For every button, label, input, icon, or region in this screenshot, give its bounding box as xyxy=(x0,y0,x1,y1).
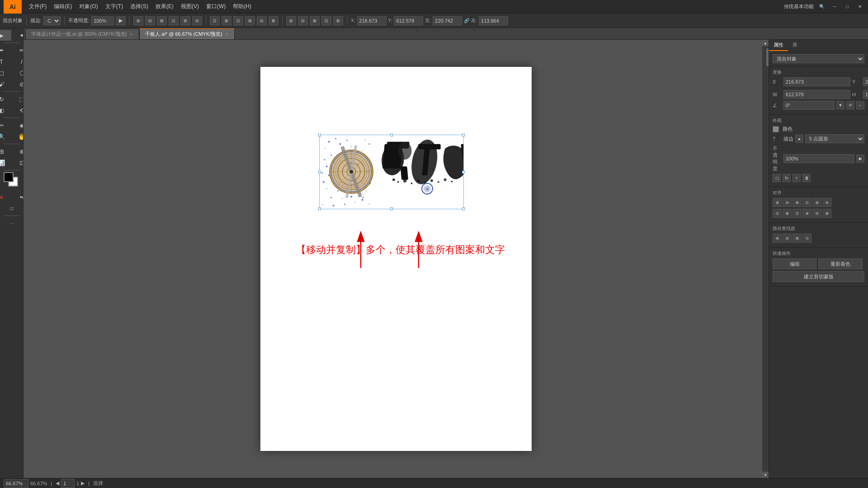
align-extra2[interactable]: ⊟ xyxy=(298,16,308,25)
warp-tool[interactable]: ◐ xyxy=(0,105,11,116)
width-input[interactable] xyxy=(433,16,462,25)
handle-tl[interactable] xyxy=(318,134,321,136)
menu-help[interactable]: 帮助(H) xyxy=(229,0,255,14)
menu-effect[interactable]: 效果(E) xyxy=(152,0,177,14)
align-center-v-icon[interactable]: ⊞ xyxy=(812,198,821,207)
handle-tm[interactable] xyxy=(390,134,393,136)
paintbrush-tool[interactable]: 🖌 xyxy=(0,79,11,89)
stroke-select[interactable]: С xyxy=(43,16,61,25)
stroke-mode[interactable]: ◻ xyxy=(2,203,22,214)
y-input[interactable] xyxy=(394,16,423,25)
nav-prev-btn[interactable]: ◀ xyxy=(56,480,59,486)
handle-ml[interactable] xyxy=(318,171,321,174)
align-bottom-btn[interactable]: ⊟ xyxy=(192,16,202,25)
handle-bm[interactable] xyxy=(390,207,393,210)
symbol-tool[interactable]: ⊡ xyxy=(12,157,24,168)
handle-bl[interactable] xyxy=(318,207,321,210)
dist-top-icon[interactable]: ⊞ xyxy=(802,209,811,218)
opacity-input[interactable] xyxy=(91,16,114,25)
page-input[interactable] xyxy=(61,479,75,488)
pf-minus-icon[interactable]: ⊟ xyxy=(783,234,792,243)
more-tools[interactable]: ··· xyxy=(2,218,22,229)
measure-tool[interactable]: ⊕ xyxy=(12,146,24,157)
align-left-icon[interactable]: ⊞ xyxy=(773,198,782,207)
scale-tool[interactable]: ⬚ xyxy=(12,94,24,104)
fill-mode[interactable]: □ xyxy=(0,203,1,214)
ellipse-tool[interactable]: ⬡ xyxy=(12,67,24,78)
canvas-area[interactable]: ⊕ 【移动并复制】多个，使其覆盖所有图案和文字 xyxy=(24,40,769,478)
menu-edit[interactable]: 编辑(E) xyxy=(50,0,75,14)
dist-center-v-icon[interactable]: ⊟ xyxy=(812,209,821,218)
transform-y-input[interactable] xyxy=(863,77,868,86)
line-tool[interactable]: / xyxy=(12,56,24,67)
minimize-btn[interactable]: ─ xyxy=(830,2,839,11)
ap-icon2[interactable]: fx xyxy=(783,174,791,182)
transform-reset-btn[interactable]: ↺ xyxy=(846,101,854,109)
tab-1-close[interactable]: ✕ xyxy=(225,32,229,37)
dist-left-btn[interactable]: ⊡ xyxy=(210,16,220,25)
eraser-tool[interactable]: ◈ xyxy=(12,120,24,131)
swap-icon[interactable]: ⇆ xyxy=(12,192,24,202)
align-center-v-btn[interactable]: ⊞ xyxy=(180,16,190,25)
align-right-btn[interactable]: ⊠ xyxy=(157,16,167,25)
menu-text[interactable]: 文字(T) xyxy=(102,0,127,14)
menu-file[interactable]: 文件(F) xyxy=(25,0,50,14)
artboard-tool[interactable]: ⊞ xyxy=(0,146,11,157)
dist-bottom-btn[interactable]: ⊠ xyxy=(269,16,278,25)
align-center-h-btn[interactable]: ⊟ xyxy=(145,16,155,25)
dist-center-h-icon[interactable]: ⊠ xyxy=(783,209,792,218)
dist-left-icon[interactable]: ⊡ xyxy=(773,209,782,218)
rotate-tool[interactable]: ↻ xyxy=(0,94,11,104)
zoom-tool[interactable]: 🔍 xyxy=(0,131,11,142)
canvas-scrollbar-vertical[interactable]: ▲ ▼ xyxy=(762,40,769,478)
menu-window[interactable]: 窗口(W) xyxy=(203,0,229,14)
blob-brush-tool[interactable]: ⊘ xyxy=(12,79,24,89)
transform-x-input[interactable] xyxy=(783,77,850,86)
dist-right-icon[interactable]: ⊡ xyxy=(793,209,802,218)
transform-mirror-btn[interactable]: ↔ xyxy=(856,101,864,109)
type-tool[interactable]: T xyxy=(0,56,11,67)
transform-h-input[interactable] xyxy=(863,90,868,99)
tab-1[interactable]: 千板人.ai* @ 66.67% (CMYK/预览) ✕ xyxy=(139,28,235,39)
graph-tool[interactable]: 📊 xyxy=(0,157,11,168)
dist-bottom-icon[interactable]: ⊠ xyxy=(822,209,831,218)
handle-mr[interactable] xyxy=(462,171,465,174)
opacity-expand-ap-btn[interactable]: ▶ xyxy=(856,155,864,163)
pf-unite-icon[interactable]: ⊞ xyxy=(773,234,782,243)
align-center-h-icon[interactable]: ⊟ xyxy=(783,198,792,207)
align-top-btn[interactable]: ⊡ xyxy=(169,16,179,25)
ap-icon1[interactable]: ◻ xyxy=(773,174,781,182)
tab-library[interactable]: 库 xyxy=(788,40,802,51)
dist-center-v-btn[interactable]: ⊟ xyxy=(257,16,267,25)
align-extra3[interactable]: ⊠ xyxy=(310,16,320,25)
hand-tool[interactable]: 🖐 xyxy=(12,131,24,142)
pf-exclude-icon[interactable]: ⊡ xyxy=(802,234,811,243)
height-input[interactable] xyxy=(479,16,508,25)
align-extra1[interactable]: ⊞ xyxy=(286,16,296,25)
handle-tr[interactable] xyxy=(462,134,465,136)
menu-view[interactable]: 视图(V) xyxy=(177,0,203,14)
stroke-up-btn[interactable]: ▲ xyxy=(795,135,803,143)
group-btn[interactable]: 编组 xyxy=(773,258,816,269)
menu-object[interactable]: 对象(O) xyxy=(75,0,101,14)
pen-tool[interactable]: ✒ xyxy=(0,45,11,56)
menu-select[interactable]: 选择(S) xyxy=(127,0,152,14)
align-extra4[interactable]: ⊡ xyxy=(321,16,331,25)
search-btn[interactable]: 🔍 xyxy=(817,2,826,11)
tab-properties[interactable]: 属性 xyxy=(769,40,788,51)
direct-select-tool[interactable]: ✦ xyxy=(12,30,24,41)
nav-next-btn[interactable]: ▶ xyxy=(81,480,85,486)
scroll-down-btn[interactable]: ▼ xyxy=(762,472,769,478)
align-extra5[interactable]: ⊞ xyxy=(333,16,343,25)
fill-swatch[interactable] xyxy=(773,126,779,132)
pf-intersect-icon[interactable]: ⊠ xyxy=(793,234,802,243)
opacity-expand-btn[interactable]: ▶ xyxy=(116,16,126,25)
scroll-thumb[interactable] xyxy=(766,48,769,66)
align-bottom-icon[interactable]: ⊟ xyxy=(822,198,831,207)
align-right-icon[interactable]: ⊠ xyxy=(793,198,802,207)
ap-icon3[interactable]: + xyxy=(793,174,801,182)
close-btn[interactable]: ✕ xyxy=(855,2,864,11)
ap-icon4[interactable]: 🗑 xyxy=(802,174,811,182)
maximize-btn[interactable]: □ xyxy=(843,2,852,11)
scroll-up-btn[interactable]: ▲ xyxy=(762,40,769,46)
